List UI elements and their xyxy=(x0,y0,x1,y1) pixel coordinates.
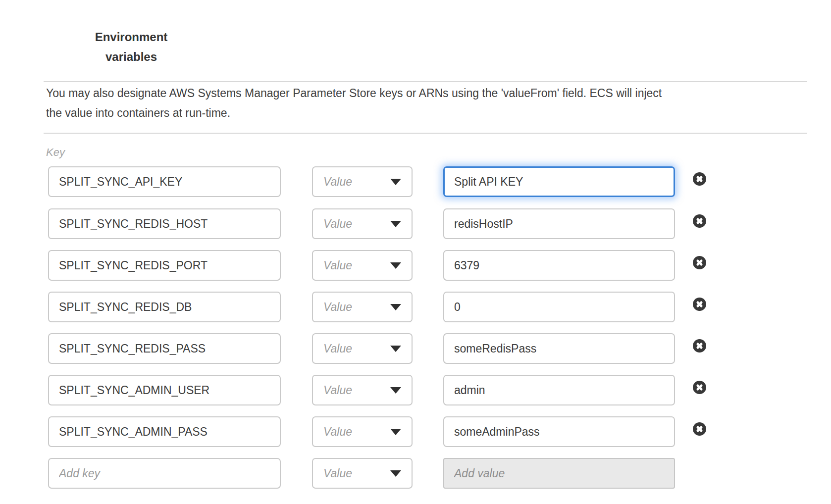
section-description: You may also designate AWS Systems Manag… xyxy=(46,83,811,123)
key-column-header: Key xyxy=(46,146,65,159)
remove-variable-button[interactable] xyxy=(693,214,706,228)
caret-down-icon xyxy=(390,304,401,310)
add-env-var-row: Value xyxy=(0,458,831,489)
caret-down-icon xyxy=(390,221,401,227)
key-input[interactable] xyxy=(48,292,281,322)
env-var-row: Value xyxy=(0,250,831,281)
env-var-row: Value xyxy=(0,375,831,405)
add-key-input[interactable] xyxy=(48,458,281,489)
value-input[interactable] xyxy=(443,166,675,197)
value-input[interactable] xyxy=(443,333,675,364)
value-input[interactable] xyxy=(443,292,675,322)
key-input[interactable] xyxy=(48,333,281,364)
env-var-row: Value xyxy=(0,166,831,197)
caret-down-icon xyxy=(390,470,401,477)
remove-variable-button[interactable] xyxy=(693,339,706,353)
description-line: You may also designate AWS Systems Manag… xyxy=(46,83,811,103)
description-line: the value into containers at run-time. xyxy=(46,103,811,123)
value-type-label: Value xyxy=(323,342,352,355)
value-type-select[interactable]: Value xyxy=(312,292,413,322)
value-type-select[interactable]: Value xyxy=(312,458,413,489)
value-type-select[interactable]: Value xyxy=(312,333,413,364)
divider xyxy=(44,81,807,82)
caret-down-icon xyxy=(390,387,401,394)
caret-down-icon xyxy=(390,179,401,185)
remove-variable-button[interactable] xyxy=(693,422,706,436)
value-input[interactable] xyxy=(443,208,675,239)
caret-down-icon xyxy=(390,262,401,269)
value-type-label: Value xyxy=(323,259,352,272)
value-type-label: Value xyxy=(323,425,352,439)
value-type-select[interactable]: Value xyxy=(312,208,413,239)
value-input[interactable] xyxy=(443,416,675,447)
divider xyxy=(44,133,807,134)
value-type-select[interactable]: Value xyxy=(312,375,413,405)
key-input[interactable] xyxy=(48,166,281,197)
value-type-label: Value xyxy=(323,175,352,189)
value-type-label: Value xyxy=(323,301,352,314)
env-var-row: Value xyxy=(0,208,831,239)
value-type-label: Value xyxy=(323,217,352,231)
value-input[interactable] xyxy=(443,250,675,281)
env-var-row: Value xyxy=(0,416,831,447)
environment-variables-form: Environment variables You may also desig… xyxy=(0,0,831,504)
value-type-label: Value xyxy=(323,384,352,397)
key-input[interactable] xyxy=(48,250,281,281)
remove-variable-button[interactable] xyxy=(693,172,706,186)
key-input[interactable] xyxy=(48,208,281,239)
value-type-select[interactable]: Value xyxy=(312,416,413,447)
value-type-select[interactable]: Value xyxy=(312,250,413,281)
remove-variable-button[interactable] xyxy=(693,298,706,311)
add-value-input[interactable] xyxy=(443,458,675,489)
caret-down-icon xyxy=(390,346,401,352)
section-label: Environment variables xyxy=(79,27,183,67)
env-var-row: Value xyxy=(0,333,831,364)
key-input[interactable] xyxy=(48,416,281,447)
key-input[interactable] xyxy=(48,375,281,405)
env-var-row: Value xyxy=(0,292,831,322)
value-type-select[interactable]: Value xyxy=(312,166,413,197)
value-type-label: Value xyxy=(323,467,352,480)
remove-variable-button[interactable] xyxy=(693,256,706,269)
caret-down-icon xyxy=(390,429,401,435)
remove-variable-button[interactable] xyxy=(693,381,706,394)
value-input[interactable] xyxy=(443,375,675,405)
